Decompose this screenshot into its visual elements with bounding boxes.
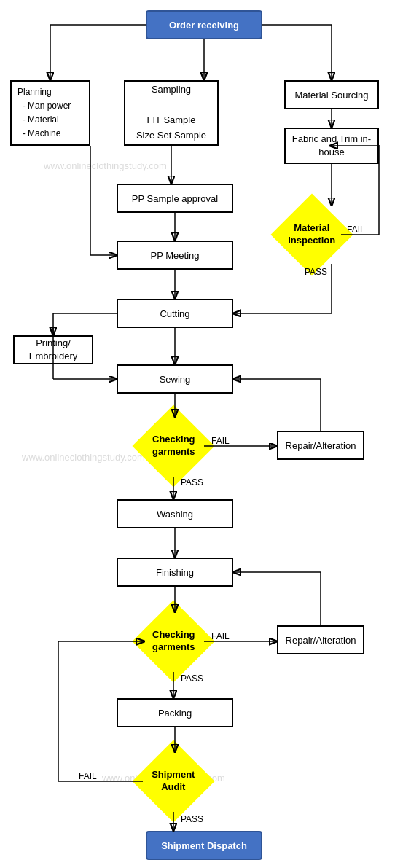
sampling-box: SamplingFIT SampleSize Set Sample — [124, 80, 219, 146]
checking-garments-1-diamond: Checkinggarments — [132, 404, 214, 487]
order-receiving-box: Order receiving — [146, 10, 262, 39]
repair2-label: Repair/Alteration — [286, 635, 356, 646]
finishing-label: Finishing — [156, 567, 194, 578]
watermark-1: www.onlineclothingstudy.com — [44, 160, 167, 171]
fail-label-check2: FAIL — [211, 631, 230, 641]
washing-label: Washing — [157, 509, 193, 520]
sampling-label: SamplingFIT SampleSize Set Sample — [136, 82, 206, 143]
material-sourcing-label: Material Sourcing — [294, 90, 368, 101]
fabric-trim-label: Fabric and Trim in-house — [286, 133, 377, 159]
pass-label-check2: PASS — [181, 673, 203, 684]
shipment-audit-diamond: ShipmentAudit — [132, 740, 214, 822]
flowchart: www.onlineclothingstudy.com www.onlinecl… — [0, 0, 411, 868]
pp-meeting-label: PP Meeting — [151, 250, 200, 261]
pp-sample-label: PP Sample approval — [132, 193, 218, 204]
material-inspection-diamond: MaterialInspection — [270, 193, 353, 275]
sewing-box: Sewing — [117, 364, 233, 394]
sewing-label: Sewing — [160, 374, 191, 385]
fail-label-check1: FAIL — [211, 436, 230, 446]
shipment-audit-label: ShipmentAudit — [152, 769, 195, 792]
cutting-label: Cutting — [160, 308, 189, 319]
printing-label: Printing/Embroidery — [29, 337, 77, 363]
repair-alteration-2-box: Repair/Alteration — [277, 625, 364, 654]
shipment-dispatch-label: Shipment Dispatch — [161, 840, 247, 851]
order-receiving-label: Order receiving — [169, 20, 239, 31]
pass-label-audit: PASS — [181, 814, 203, 824]
shipment-dispatch-box: Shipment Dispatch — [146, 831, 262, 860]
fabric-trim-box: Fabric and Trim in-house — [284, 128, 379, 164]
fail-label-audit: FAIL — [79, 771, 97, 781]
checking1-label: Checkinggarments — [152, 434, 195, 457]
fail-label-material: FAIL — [347, 224, 365, 235]
material-inspection-label: MaterialInspection — [288, 222, 335, 246]
repair1-label: Repair/Alteration — [286, 440, 356, 451]
material-sourcing-box: Material Sourcing — [284, 80, 379, 109]
pass-label-material: PASS — [305, 267, 327, 277]
pp-meeting-box: PP Meeting — [117, 241, 233, 270]
finishing-box: Finishing — [117, 558, 233, 587]
checking-garments-2-diamond: Checkinggarments — [132, 600, 214, 682]
washing-box: Washing — [117, 499, 233, 528]
packing-label: Packing — [158, 708, 192, 719]
cutting-box: Cutting — [117, 299, 233, 328]
pp-sample-box: PP Sample approval — [117, 184, 233, 213]
checking2-label: Checkinggarments — [152, 629, 195, 652]
printing-box: Printing/Embroidery — [13, 335, 93, 364]
planning-box: Planning - Man power - Material - Machin… — [10, 80, 90, 146]
packing-box: Packing — [117, 698, 233, 727]
watermark-2: www.onlineclothingstudy.com — [22, 452, 145, 463]
pass-label-check1: PASS — [181, 477, 203, 488]
planning-label: Planning - Man power - Material - Machin… — [17, 85, 71, 141]
repair-alteration-1-box: Repair/Alteration — [277, 431, 364, 460]
